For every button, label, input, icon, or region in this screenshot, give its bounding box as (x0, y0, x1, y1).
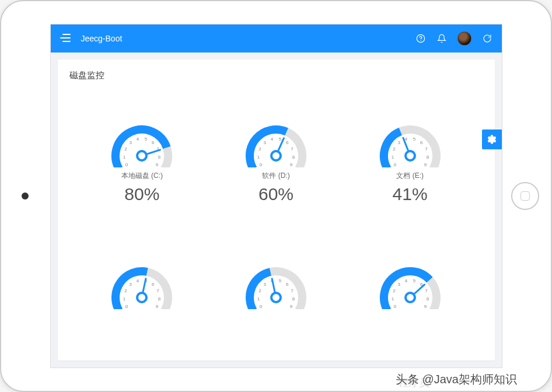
refresh-icon[interactable] (482, 33, 492, 44)
home-button[interactable] (511, 182, 539, 210)
svg-text:2: 2 (125, 146, 128, 152)
svg-text:6: 6 (152, 140, 155, 145)
gauge-value: 80% (124, 184, 159, 204)
svg-point-13 (137, 151, 146, 160)
svg-text:9: 9 (156, 304, 159, 309)
svg-text:0: 0 (393, 304, 396, 309)
svg-text:3: 3 (263, 140, 266, 145)
svg-text:9: 9 (156, 162, 159, 167)
svg-point-73 (406, 293, 415, 302)
svg-text:1: 1 (391, 155, 394, 160)
svg-text:7: 7 (291, 288, 294, 293)
svg-text:6: 6 (420, 140, 423, 145)
gauge-item: 0123456789 软件 (D:) 60% (223, 115, 329, 204)
svg-text:7: 7 (425, 288, 428, 293)
svg-text:4: 4 (137, 136, 139, 142)
svg-text:5: 5 (413, 136, 415, 142)
svg-point-25 (271, 151, 281, 160)
gauge-value: 41% (393, 184, 428, 204)
svg-text:0: 0 (393, 162, 396, 167)
svg-text:4: 4 (404, 278, 407, 284)
gauge-value: 60% (258, 184, 294, 204)
notification-bell-icon[interactable] (436, 33, 447, 44)
svg-text:8: 8 (292, 296, 295, 302)
gauge-chart: 0123456789 (238, 115, 314, 167)
gauges-grid: 0123456789 本地磁盘 (C:) 80% 0123456789 软件 (… (58, 92, 495, 368)
svg-text:2: 2 (393, 288, 396, 293)
menu-toggle-icon[interactable] (60, 34, 72, 43)
svg-point-0 (417, 34, 424, 42)
header-actions (415, 32, 492, 46)
svg-text:1: 1 (391, 296, 394, 302)
gauge-item: 0123456789 (358, 257, 463, 316)
svg-text:0: 0 (125, 304, 128, 309)
svg-text:1: 1 (257, 155, 260, 160)
svg-text:1: 1 (123, 155, 126, 160)
content-area: 磁盘监控 0123456789 本地磁盘 (C:) 80% 0123456789… (51, 52, 502, 368)
gauge-item: 0123456789 文档 (E:) 41% (358, 115, 463, 204)
disk-monitor-card: 磁盘监控 0123456789 本地磁盘 (C:) 80% 0123456789… (58, 60, 495, 360)
gauge-chart: 0123456789 (104, 257, 180, 309)
svg-text:9: 9 (290, 162, 293, 167)
svg-text:6: 6 (286, 282, 289, 287)
svg-point-1 (420, 40, 421, 41)
svg-text:4: 4 (137, 278, 139, 284)
gauge-label: 软件 (D:) (262, 171, 289, 181)
card-title: 磁盘监控 (58, 60, 495, 92)
gauge-chart: 0123456789 (372, 115, 448, 167)
svg-text:5: 5 (145, 136, 148, 142)
app-screen: Jeecg-Boot (50, 24, 502, 368)
svg-text:9: 9 (424, 162, 427, 167)
theme-settings-button[interactable] (482, 130, 502, 149)
gauge-label: 本地磁盘 (C:) (121, 171, 163, 181)
svg-text:3: 3 (397, 140, 400, 145)
svg-point-61 (271, 293, 281, 302)
svg-point-49 (137, 293, 146, 302)
user-avatar[interactable] (457, 32, 471, 46)
svg-text:9: 9 (424, 304, 427, 309)
tablet-frame: Jeecg-Boot (0, 0, 552, 392)
svg-text:8: 8 (426, 155, 429, 160)
gauge-item: 0123456789 本地磁盘 (C:) 80% (89, 115, 194, 204)
svg-text:2: 2 (258, 288, 261, 293)
help-icon[interactable] (415, 33, 426, 44)
svg-text:9: 9 (290, 304, 293, 309)
gauge-item: 0123456789 (89, 257, 194, 316)
brand-title: Jeecg-Boot (81, 34, 123, 43)
svg-text:8: 8 (426, 296, 429, 302)
svg-text:2: 2 (393, 146, 396, 152)
svg-text:2: 2 (125, 288, 128, 293)
gauge-chart: 0123456789 (104, 115, 180, 167)
svg-text:3: 3 (263, 282, 266, 287)
svg-text:0: 0 (125, 162, 128, 167)
svg-point-37 (406, 151, 415, 160)
watermark-text: 头条 @Java架构师知识 (396, 372, 517, 387)
svg-text:5: 5 (279, 136, 282, 142)
app-header: Jeecg-Boot (51, 24, 502, 52)
svg-text:5: 5 (413, 278, 415, 284)
svg-text:3: 3 (130, 140, 132, 145)
svg-text:3: 3 (130, 282, 132, 287)
svg-text:8: 8 (292, 155, 295, 160)
svg-text:6: 6 (152, 282, 155, 287)
svg-text:8: 8 (158, 296, 161, 302)
svg-text:6: 6 (286, 140, 289, 145)
svg-text:7: 7 (157, 288, 160, 293)
gauge-item: 0123456789 (223, 257, 329, 316)
gauge-label: 文档 (E:) (396, 171, 424, 181)
svg-text:4: 4 (404, 136, 407, 142)
svg-text:4: 4 (271, 136, 274, 142)
svg-text:1: 1 (257, 296, 260, 302)
svg-text:8: 8 (158, 155, 161, 160)
svg-text:3: 3 (397, 282, 400, 287)
svg-text:0: 0 (260, 162, 263, 167)
svg-text:0: 0 (260, 304, 263, 309)
camera-dot (22, 192, 29, 200)
svg-text:1: 1 (123, 296, 126, 302)
gauge-chart: 0123456789 (372, 257, 448, 309)
gauge-chart: 0123456789 (238, 257, 314, 309)
gear-icon (487, 134, 497, 145)
svg-text:5: 5 (279, 278, 282, 284)
svg-text:2: 2 (258, 146, 261, 152)
svg-text:7: 7 (425, 146, 428, 152)
